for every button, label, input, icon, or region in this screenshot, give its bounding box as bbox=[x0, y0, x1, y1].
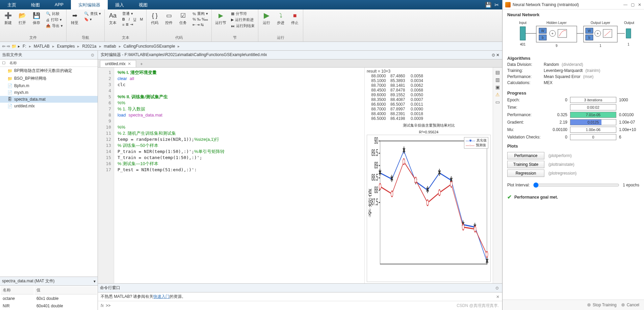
cmd-menu-icon[interactable]: ⊙ bbox=[494, 286, 500, 290]
svg-text:Output: Output bbox=[624, 21, 634, 25]
ws-var[interactable]: octane bbox=[1, 295, 34, 302]
control-button[interactable]: ▭控件 bbox=[163, 11, 175, 26]
tab-close-icon[interactable]: ✕ bbox=[128, 61, 131, 66]
out-split-icon[interactable]: ▥ bbox=[495, 77, 500, 82]
cut-icon[interactable]: ✂ bbox=[494, 2, 499, 8]
task-button[interactable]: ☑任务 bbox=[177, 11, 189, 26]
bold-button[interactable]: B bbox=[122, 17, 125, 21]
mono-button[interactable]: M bbox=[140, 17, 143, 21]
compare-button[interactable]: 🔍 比较 bbox=[45, 11, 64, 17]
editor-close-icon[interactable]: ✕ bbox=[496, 53, 499, 57]
print-button[interactable]: 🖨 打印 ▾ bbox=[45, 17, 64, 23]
bc-seg[interactable]: MATLAB bbox=[32, 43, 51, 49]
file-item[interactable]: 📄Bpfun.m bbox=[0, 82, 98, 89]
svg-text:✱: ✱ bbox=[379, 167, 381, 178]
algo-key: Calculations: bbox=[507, 80, 541, 85]
tab-view[interactable]: 视图 bbox=[131, 0, 155, 9]
file-item[interactable]: 🗄spectra_data.mat bbox=[0, 96, 98, 103]
tab-app[interactable]: APP bbox=[47, 0, 71, 9]
plot-button[interactable]: Performance bbox=[507, 152, 544, 159]
indent-button[interactable]: ⇥ bbox=[130, 22, 133, 27]
algo-val: MEX bbox=[544, 80, 552, 85]
prog-left: 0 bbox=[550, 135, 567, 139]
file-item[interactable]: 📄untitled.mlx bbox=[0, 103, 98, 109]
save-icon[interactable]: 💾 bbox=[485, 2, 492, 8]
plot-button[interactable]: Regression bbox=[507, 170, 544, 177]
list-button[interactable]: ≡ bbox=[122, 23, 124, 27]
bc-seg[interactable]: Examples bbox=[56, 43, 76, 49]
italic-button[interactable]: I bbox=[129, 17, 130, 21]
tab-plot[interactable]: 绘图 bbox=[24, 0, 47, 9]
new-button[interactable]: ➕新建 bbox=[2, 11, 14, 26]
tab-liveeditor[interactable]: 实时编辑器 bbox=[71, 0, 108, 9]
fx-icon[interactable]: fx bbox=[101, 303, 104, 308]
numlist-button[interactable]: ≣ bbox=[126, 22, 129, 27]
win-close-icon[interactable]: ✕ bbox=[638, 2, 641, 7]
cmd-hint-close-icon[interactable]: ✕ bbox=[496, 294, 499, 299]
prog-left: 0.00100 bbox=[550, 127, 567, 132]
prog-left: 2.19 bbox=[550, 120, 567, 125]
bc-seg[interactable]: R2021a bbox=[81, 43, 98, 49]
fig-title: 测试集辛烷值含量预测结果对比 bbox=[367, 123, 491, 128]
file-item[interactable]: 📁BSO_BP神经网络 bbox=[0, 75, 98, 82]
run-advance[interactable]: ▶ 运行并前进 bbox=[230, 17, 256, 23]
win-min-icon[interactable]: — bbox=[623, 2, 627, 7]
stop-button[interactable]: ■停止 bbox=[289, 11, 301, 26]
out-hide-icon[interactable]: ▣ bbox=[495, 84, 500, 90]
res-icon[interactable]: ▭ bbox=[495, 99, 500, 105]
algo-val: Mean Squared Error bbox=[544, 74, 581, 79]
bc-seg[interactable]: CallingFunctionsGSExample bbox=[122, 43, 177, 49]
warn-icon[interactable]: ⚠ bbox=[495, 92, 500, 97]
bookmark-button[interactable]: 🔖 ▾ bbox=[83, 17, 102, 22]
savefile-button[interactable]: 💾保存 bbox=[30, 11, 43, 26]
runsection-button[interactable]: ▶运行节 bbox=[214, 11, 228, 26]
text-normal[interactable]: 普通 ▾ bbox=[121, 11, 144, 17]
file-item[interactable]: 📁BP网络隐含层神经元数目的确定 bbox=[0, 67, 98, 75]
editor-dock-icon[interactable]: ⊙ bbox=[492, 53, 495, 57]
tab-insert[interactable]: 插入 bbox=[108, 0, 131, 9]
bc-fwd-icon[interactable]: ⇨ bbox=[7, 44, 10, 49]
editor-tabstrip: untitled.mlx✕ ＋ bbox=[98, 59, 502, 68]
filelist-name-hdr[interactable]: 名称 bbox=[7, 59, 19, 67]
svg-text:1: 1 bbox=[627, 43, 629, 46]
file-item[interactable]: 📄myxh.m bbox=[0, 89, 98, 96]
refactor-button[interactable]: % 重构 ▾ bbox=[191, 11, 209, 17]
ws-hdr-value[interactable]: 值 bbox=[34, 286, 97, 294]
bc-seg[interactable]: matlab bbox=[103, 43, 118, 49]
bc-folder-icon[interactable]: 📁 bbox=[11, 44, 17, 49]
cancel-training-button[interactable]: Cancel bbox=[621, 303, 639, 307]
stop-training-button[interactable]: Stop Training bbox=[587, 303, 617, 307]
algo-val: Levenberg-Marquardt bbox=[544, 68, 583, 73]
ws-hdr-name[interactable]: 名称 bbox=[1, 286, 34, 294]
run-to-end[interactable]: ⏭ 运行到结束 bbox=[230, 23, 256, 29]
goto-button[interactable]: ➡转至 bbox=[69, 11, 81, 26]
open-button[interactable]: 📂打开 bbox=[16, 11, 28, 26]
quickstart-link[interactable]: 快速入门 bbox=[153, 294, 170, 299]
svg-text:✱: ✱ bbox=[438, 167, 441, 178]
editor-tab[interactable]: untitled.mlx✕ bbox=[100, 60, 136, 67]
svg-text:✱: ✱ bbox=[426, 184, 429, 195]
split-section[interactable]: ▦ 分节符 bbox=[230, 11, 256, 17]
out-view-icon[interactable]: ▤ bbox=[495, 70, 500, 75]
bc-seg[interactable]: F: bbox=[21, 43, 28, 49]
step-button[interactable]: ⤵步进 bbox=[275, 11, 287, 26]
plot-button[interactable]: Training State bbox=[507, 161, 544, 168]
ws-collapse-icon[interactable]: ▾ bbox=[94, 279, 96, 284]
tab-add-button[interactable]: ＋ bbox=[136, 60, 147, 67]
textstyle-button[interactable]: Aa文本 bbox=[107, 11, 119, 26]
panel-menu-icon[interactable]: ⊙ bbox=[89, 53, 96, 57]
tab-home[interactable]: 主页 bbox=[0, 0, 24, 9]
run-button[interactable]: ▶运行 bbox=[260, 11, 273, 26]
cmd-input[interactable]: fx>> bbox=[98, 301, 502, 310]
underline-button[interactable]: U bbox=[133, 17, 136, 21]
export-button[interactable]: 📤 导出 ▾ bbox=[45, 23, 64, 29]
indent-code[interactable]: ⇤ ⇥ ⇆ bbox=[191, 22, 209, 27]
bc-back-icon[interactable]: ⇦ bbox=[2, 44, 5, 49]
ws-var[interactable]: NIR bbox=[1, 303, 34, 309]
plot-interval-slider[interactable] bbox=[533, 182, 620, 188]
find-button[interactable]: 🔍 查找 ▾ bbox=[83, 11, 102, 17]
win-max-icon[interactable]: ▢ bbox=[631, 2, 635, 7]
code-area[interactable]: %% I. 清空环境变量 clear all clc %% II. 训练集/测试… bbox=[114, 68, 364, 283]
code-button[interactable]: { }代码 bbox=[149, 11, 161, 26]
comment-toggle[interactable]: % ‰ ‱ bbox=[191, 17, 209, 22]
